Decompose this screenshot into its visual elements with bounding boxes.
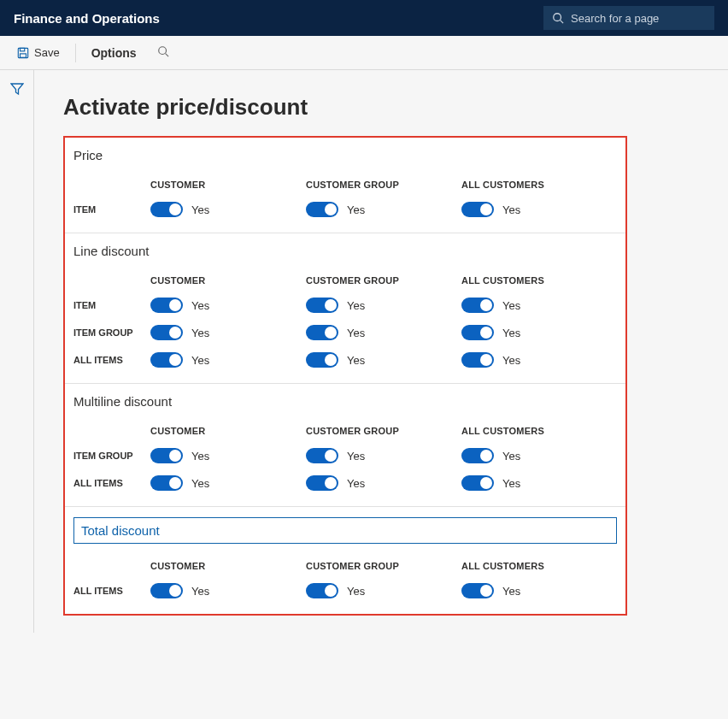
row-label-all-items: ALL ITEMS [73,478,150,488]
toggle-price-item-customer: Yes [150,202,306,217]
col-header-customer: CUSTOMER [150,561,306,571]
toggle[interactable] [306,475,338,491]
search-placeholder-text: Search for a page [571,12,659,25]
toggle-value: Yes [502,299,520,312]
toggle[interactable] [306,583,338,598]
col-header-customer: CUSTOMER [150,275,306,286]
toggle-multi-itemgroup-allcustomers: Yes [461,448,617,463]
toggle[interactable] [461,352,494,368]
toggle[interactable] [150,583,183,598]
toggle[interactable] [461,583,494,598]
command-bar: Save Options [0,36,728,70]
row-label-item-group: ITEM GROUP [73,451,150,461]
section-title-total-discount[interactable]: Total discount [81,523,609,538]
toggle[interactable] [150,448,183,463]
toggle-value: Yes [502,585,520,598]
global-search[interactable]: Search for a page [543,6,714,30]
toggle-line-item-customer: Yes [150,298,306,313]
toggle[interactable] [306,298,338,313]
command-separator [75,44,76,62]
workspace: Activate price/discount Price CUSTOMER C… [0,70,728,633]
col-header-customer: CUSTOMER [150,426,306,436]
toggle-multi-allitems-customer: Yes [150,475,306,491]
toggle[interactable] [150,325,183,340]
toggle-value: Yes [347,450,365,463]
options-button[interactable]: Options [83,41,145,65]
col-header-customer-group: CUSTOMER GROUP [306,180,461,190]
col-header-all-customers: ALL CUSTOMERS [461,561,617,571]
save-button[interactable]: Save [9,41,68,64]
svg-line-6 [165,54,168,57]
svg-line-1 [561,21,564,24]
toggle-value: Yes [502,327,520,339]
col-header-all-customers: ALL CUSTOMERS [461,275,617,286]
toggle[interactable] [461,202,494,217]
svg-point-5 [158,47,166,55]
toggle-multi-allitems-customergroup: Yes [306,475,461,491]
filter-button[interactable] [10,82,24,633]
save-icon [17,47,29,59]
section-title-line-discount: Line discount [73,244,617,258]
toggle-value: Yes [191,450,209,463]
price-grid: CUSTOMER CUSTOMER GROUP ALL CUSTOMERS IT… [73,180,617,217]
toggle-value: Yes [347,354,365,367]
toggle[interactable] [150,202,183,217]
toggle-line-itemgroup-allcustomers: Yes [461,325,617,340]
command-search-button[interactable] [149,40,178,65]
svg-marker-7 [11,84,23,94]
toggle[interactable] [150,352,183,368]
section-line-discount: Line discount CUSTOMER CUSTOMER GROUP AL… [65,233,625,383]
funnel-icon [10,82,24,96]
toggle-value: Yes [191,585,209,598]
toggle-total-allitems-allcustomers: Yes [461,583,617,598]
toggle[interactable] [306,325,338,340]
section-title-price: Price [73,148,617,162]
toggle-line-allitems-customergroup: Yes [306,352,461,368]
toggle[interactable] [461,325,494,340]
toggle-price-item-customergroup: Yes [306,202,461,217]
section-title-total-discount-highlight: Total discount [73,517,617,544]
toggle[interactable] [461,448,494,463]
toggle[interactable] [306,202,338,217]
content-area: Activate price/discount Price CUSTOMER C… [34,70,728,633]
toggle-line-allitems-allcustomers: Yes [461,352,617,368]
toggle-value: Yes [347,477,365,490]
toggle-multi-itemgroup-customergroup: Yes [306,448,461,463]
section-price: Price CUSTOMER CUSTOMER GROUP ALL CUSTOM… [65,138,625,233]
toggle-total-allitems-customer: Yes [150,583,306,598]
toggle-value: Yes [191,477,209,490]
options-button-label: Options [91,46,137,60]
toggle-value: Yes [502,477,520,490]
toggle-value: Yes [347,327,365,339]
toggle-value: Yes [191,354,209,367]
line-discount-grid: CUSTOMER CUSTOMER GROUP ALL CUSTOMERS IT… [73,275,617,368]
col-header-customer-group: CUSTOMER GROUP [306,561,461,571]
toggle[interactable] [150,475,183,491]
row-label-all-items: ALL ITEMS [73,355,150,365]
toggle[interactable] [306,448,338,463]
section-total-discount: Total discount CUSTOMER CUSTOMER GROUP A… [65,507,625,614]
row-label-all-items: ALL ITEMS [73,586,150,596]
toggle-line-item-customergroup: Yes [306,298,461,313]
multiline-discount-grid: CUSTOMER CUSTOMER GROUP ALL CUSTOMERS IT… [73,426,617,491]
left-rail [0,70,34,633]
toggle-value: Yes [191,327,209,339]
col-header-customer: CUSTOMER [150,180,306,190]
col-header-customer-group: CUSTOMER GROUP [306,275,461,286]
toggle-total-allitems-customergroup: Yes [306,583,461,598]
toggle[interactable] [306,352,338,368]
toggle-value: Yes [502,354,520,367]
toggle[interactable] [150,298,183,313]
toggle[interactable] [461,475,494,491]
page-title: Activate price/discount [63,94,728,121]
toggle-value: Yes [502,450,520,463]
toggle[interactable] [461,298,494,313]
toggle-value: Yes [191,299,209,312]
toggle-value: Yes [347,585,365,598]
col-header-customer-group: CUSTOMER GROUP [306,426,461,436]
toggle-value: Yes [191,203,209,216]
toggle-multi-allitems-allcustomers: Yes [461,475,617,491]
section-multiline-discount: Multiline discount CUSTOMER CUSTOMER GRO… [65,384,625,506]
top-nav: Finance and Operations Search for a page [0,0,728,36]
toggle-value: Yes [502,203,520,216]
